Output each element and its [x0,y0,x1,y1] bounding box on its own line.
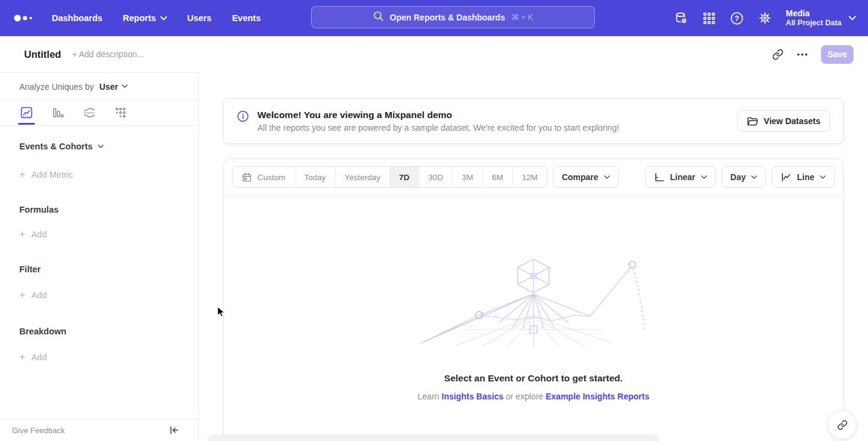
retention-grid-icon [114,106,127,119]
tab-bar-chart[interactable] [49,101,66,125]
view-datasets-label: View Datasets [764,116,820,126]
range-3m[interactable]: 3M [453,167,483,187]
report-title[interactable]: Untitled [24,49,61,60]
project-switcher[interactable]: Media All Project Data [786,8,856,28]
add-metric-label: Add Metric [31,170,73,180]
analyze-by-label: Analyze Uniques by [19,82,94,92]
nav-dashboards[interactable]: Dashboards [52,13,102,23]
give-feedback-link[interactable]: Give Feedback [12,426,64,435]
range-7d[interactable]: 7D [390,167,419,187]
add-description-field[interactable]: + Add description... [72,49,143,59]
demo-banner: i Welcome! You are viewing a Mixpanel de… [223,98,844,144]
data-management-icon[interactable] [674,11,688,25]
range-today-label: Today [304,173,326,182]
nav-events[interactable]: Events [232,13,261,23]
plus-icon: + [19,228,25,240]
bar-chart-icon [51,106,64,119]
report-header: Untitled + Add description... Save [0,36,868,72]
svg-text:i: i [242,113,244,120]
tab-insights-line[interactable] [18,101,35,125]
more-options-icon[interactable] [797,53,808,56]
plus-icon: + [19,289,25,301]
share-link-fab[interactable] [828,410,857,439]
range-6m-label: 6M [492,173,503,182]
add-filter-button[interactable]: + Add [19,289,198,301]
interval-dropdown[interactable]: Day [722,166,767,188]
apps-grid-icon[interactable] [702,11,716,25]
collapse-sidebar-icon[interactable] [169,426,179,434]
chevron-down-icon [160,16,167,20]
insights-basics-link[interactable]: Insights Basics [442,392,504,401]
nav-users-label: Users [187,13,212,23]
project-name: Media [786,8,841,19]
range-yesterday[interactable]: Yesterday [336,167,391,187]
global-search[interactable]: Open Reports & Dashboards ⌘ + K [311,6,595,28]
range-12m-label: 12M [522,173,538,182]
breakdown-section: Breakdown [19,327,198,336]
range-6m[interactable]: 6M [483,167,513,187]
range-30d-label: 30D [428,173,443,182]
bottom-sheet-edge[interactable] [207,435,659,441]
add-metric-button[interactable]: + Add Metric [19,169,198,181]
chevron-down-icon [98,145,104,149]
chart-type-dropdown[interactable]: Line [772,166,835,188]
compare-dropdown[interactable]: Compare [553,166,619,188]
range-30d[interactable]: 30D [419,167,453,187]
line-chart-icon [20,106,33,119]
scale-label: Linear [670,172,696,182]
copy-link-icon[interactable] [772,49,784,60]
range-yesterday-label: Yesterday [345,173,381,182]
banner-title: Welcome! You are viewing a Mixpanel demo [257,110,619,120]
compare-label: Compare [562,172,599,182]
interval-label: Day [731,172,746,182]
view-datasets-button[interactable]: View Datasets [737,110,830,132]
breakdown-label: Breakdown [19,327,66,336]
plus-icon: + [19,169,25,181]
tab-flows[interactable] [81,101,98,125]
plus-icon: + [19,351,25,363]
learn-prefix: Learn [418,392,442,401]
chevron-down-icon [604,175,610,180]
filter-section: Filter [19,264,198,274]
mixpanel-logo-icon[interactable] [13,12,34,24]
example-reports-link[interactable]: Example Insights Reports [546,392,649,401]
visualization-tabs [0,101,198,126]
main-panel: i Welcome! You are viewing a Mixpanel de… [199,72,868,441]
save-button[interactable]: Save [821,45,854,64]
chevron-down-icon [701,175,707,180]
add-formula-label: Add [31,230,47,239]
settings-gear-icon[interactable] [758,11,772,25]
range-12m[interactable]: 12M [513,167,547,187]
flows-icon [83,106,96,119]
date-range-group: Custom Today Yesterday 7D 30D 3M 6M 12M [232,166,547,188]
nav-users[interactable]: Users [187,13,212,23]
formulas-section: Formulas [19,205,198,214]
add-filter-label: Add [31,290,47,300]
help-icon[interactable]: ? [730,11,744,25]
formulas-label: Formulas [19,205,58,214]
svg-text:?: ? [734,14,738,22]
add-formula-button[interactable]: + Add [19,228,198,240]
search-shortcut: ⌘ + K [511,13,533,22]
scale-dropdown[interactable]: Linear [645,166,716,188]
range-custom[interactable]: Custom [233,167,295,187]
filter-label: Filter [19,264,40,274]
range-3m-label: 3M [462,173,473,182]
calendar-icon [242,172,252,183]
events-cohorts-section[interactable]: Events & Cohorts [19,142,198,151]
analyze-by-selector[interactable]: User [99,82,128,92]
nav-events-label: Events [232,13,261,23]
info-icon: i [237,110,249,125]
chevron-down-icon [751,175,757,180]
empty-state-title: Select an Event or Cohort to get started… [444,373,623,384]
range-today[interactable]: Today [295,167,336,187]
folder-icon [747,116,758,127]
middle-text: or explore [503,392,546,401]
line-chart-icon [781,172,791,182]
tab-retention[interactable] [112,101,129,125]
range-7d-label: 7D [399,173,409,182]
add-breakdown-button[interactable]: + Add [19,351,198,363]
events-cohorts-label: Events & Cohorts [19,142,93,151]
nav-reports[interactable]: Reports [123,13,167,23]
nav-dashboards-label: Dashboards [52,13,102,23]
